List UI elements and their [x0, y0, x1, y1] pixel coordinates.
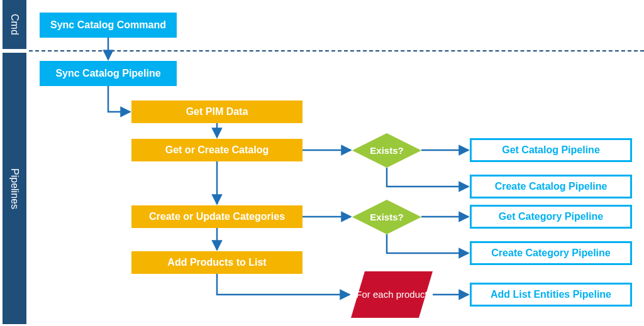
node-add-list-entities-pipeline-label: Add List Entities Pipeline: [491, 289, 611, 300]
node-create-or-update-categories-label: Create or Update Categories: [149, 211, 285, 222]
flow-connectors: [0, 0, 644, 326]
node-sync-catalog-pipeline-label: Sync Catalog Pipeline: [55, 68, 160, 79]
node-sync-catalog-pipeline: Sync Catalog Pipeline: [40, 61, 177, 86]
node-get-or-create-catalog: Get or Create Catalog: [131, 139, 303, 161]
node-sync-catalog-command: Sync Catalog Command: [40, 13, 177, 38]
swimlane-divider: [29, 50, 644, 52]
node-get-pim-data-label: Get PIM Data: [186, 106, 248, 117]
node-get-category-pipeline-label: Get Category Pipeline: [499, 211, 603, 222]
swimlane-pipelines: Pipelines: [3, 53, 26, 324]
node-create-category-pipeline-label: Create Category Pipeline: [491, 247, 610, 259]
node-create-catalog-pipeline-label: Create Catalog Pipeline: [495, 181, 608, 192]
node-exists-1-label: Exists?: [370, 145, 403, 156]
swimlane-cmd-label: Cmd: [9, 14, 20, 35]
node-add-products-to-list: Add Products to List: [131, 251, 303, 274]
node-add-products-to-list-label: Add Products to List: [167, 257, 266, 268]
node-get-pim-data: Get PIM Data: [131, 101, 303, 123]
swimlane-cmd: Cmd: [3, 0, 26, 49]
node-create-catalog-pipeline: Create Catalog Pipeline: [470, 175, 632, 198]
node-get-or-create-catalog-label: Get or Create Catalog: [165, 144, 269, 156]
node-exists-1: Exists?: [352, 133, 421, 168]
node-create-or-update-categories: Create or Update Categories: [131, 205, 303, 228]
node-exists-2-label: Exists?: [370, 212, 403, 222]
node-for-each-product: For each product: [351, 271, 433, 318]
node-get-category-pipeline: Get Category Pipeline: [470, 205, 632, 229]
node-sync-catalog-command-label: Sync Catalog Command: [50, 19, 166, 31]
node-get-catalog-pipeline-label: Get Catalog Pipeline: [502, 144, 600, 156]
node-get-catalog-pipeline: Get Catalog Pipeline: [470, 138, 632, 162]
node-add-list-entities-pipeline: Add List Entities Pipeline: [470, 283, 632, 307]
node-exists-2: Exists?: [352, 200, 421, 234]
node-for-each-product-label: For each product: [356, 289, 427, 300]
node-create-category-pipeline: Create Category Pipeline: [470, 241, 632, 265]
swimlane-pipelines-label: Pipelines: [9, 168, 20, 209]
